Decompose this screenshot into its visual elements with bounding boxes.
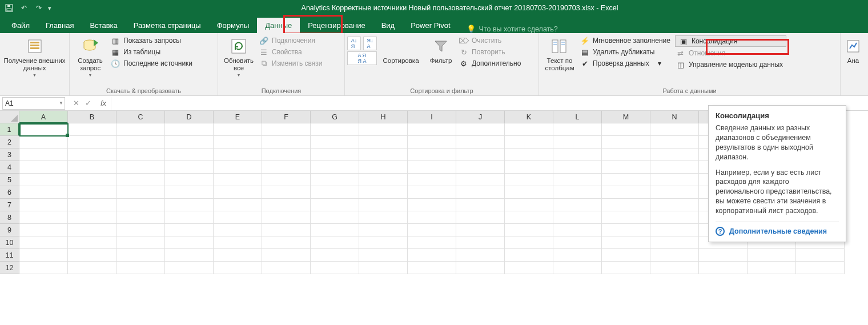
cell[interactable]	[505, 161, 553, 174]
cell[interactable]	[699, 262, 748, 274]
cell[interactable]	[19, 211, 68, 224]
cell[interactable]	[262, 211, 311, 224]
cell[interactable]	[19, 136, 68, 149]
cell[interactable]	[116, 174, 165, 186]
cell[interactable]	[214, 224, 262, 236]
tab-page-layout[interactable]: Разметка страницы	[126, 18, 209, 33]
consolidate-button[interactable]: ▣Консолидация	[675, 35, 786, 47]
row-header[interactable]: 1	[0, 123, 19, 136]
tell-me-search[interactable]: 💡Что вы хотите сделать?	[467, 25, 558, 33]
cell[interactable]	[602, 249, 650, 262]
cell[interactable]	[602, 236, 650, 249]
cell[interactable]	[408, 211, 456, 224]
cell[interactable]	[456, 136, 505, 149]
cell[interactable]	[456, 211, 505, 224]
sort-custom-icon[interactable]: A ЯЯ A	[347, 51, 377, 65]
cell[interactable]	[359, 224, 408, 236]
cell[interactable]	[214, 123, 262, 136]
cell[interactable]	[116, 262, 165, 274]
column-header[interactable]: A	[19, 111, 68, 123]
cell[interactable]	[19, 199, 68, 211]
cell[interactable]	[602, 149, 650, 161]
cell[interactable]	[650, 249, 699, 262]
column-header[interactable]: K	[505, 111, 553, 123]
column-header[interactable]: D	[165, 111, 214, 123]
refresh-all-button[interactable]: Обновить все ▼	[220, 34, 257, 77]
cell[interactable]	[699, 249, 748, 262]
cell[interactable]	[359, 236, 408, 249]
column-header[interactable]: C	[116, 111, 165, 123]
cell[interactable]	[262, 262, 311, 274]
tab-file[interactable]: Файл	[3, 18, 38, 33]
tab-data[interactable]: Данные	[257, 18, 300, 33]
cell[interactable]	[408, 174, 456, 186]
cell[interactable]	[116, 249, 165, 262]
cell[interactable]	[68, 211, 116, 224]
cell[interactable]	[19, 186, 68, 199]
cell[interactable]	[408, 262, 456, 274]
cell[interactable]	[748, 262, 796, 274]
cell[interactable]	[456, 224, 505, 236]
cell[interactable]	[602, 199, 650, 211]
cell[interactable]	[116, 136, 165, 149]
cell[interactable]	[553, 262, 602, 274]
cell[interactable]	[214, 136, 262, 149]
row-header[interactable]: 11	[0, 249, 19, 262]
cell[interactable]	[165, 161, 214, 174]
cell[interactable]	[262, 249, 311, 262]
cell[interactable]	[68, 224, 116, 236]
cell[interactable]	[311, 249, 359, 262]
column-header[interactable]: E	[214, 111, 262, 123]
filter-button[interactable]: Фильтр	[425, 34, 457, 65]
cell[interactable]	[408, 224, 456, 236]
row-header[interactable]: 4	[0, 161, 19, 174]
row-header[interactable]: 6	[0, 186, 19, 199]
cell[interactable]	[262, 186, 311, 199]
selected-cell[interactable]	[19, 123, 69, 137]
cell[interactable]	[214, 236, 262, 249]
cell[interactable]	[505, 136, 553, 149]
cell[interactable]	[553, 149, 602, 161]
cell[interactable]	[19, 236, 68, 249]
sort-asc-icon[interactable]: A↓Я	[347, 37, 361, 50]
cell[interactable]	[408, 249, 456, 262]
undo-icon[interactable]: ↶	[18, 2, 30, 14]
tab-formulas[interactable]: Формулы	[209, 18, 258, 33]
tab-review[interactable]: Рецензирование	[300, 18, 373, 33]
cell[interactable]	[19, 161, 68, 174]
cell[interactable]	[214, 262, 262, 274]
row-header[interactable]: 9	[0, 224, 19, 236]
cell[interactable]	[214, 161, 262, 174]
cell[interactable]	[311, 236, 359, 249]
cell[interactable]	[311, 136, 359, 149]
cell[interactable]	[456, 236, 505, 249]
cell[interactable]	[359, 199, 408, 211]
row-header[interactable]: 12	[0, 262, 19, 274]
cell[interactable]	[19, 262, 68, 274]
cell[interactable]	[553, 174, 602, 186]
cell[interactable]	[68, 161, 116, 174]
remove-duplicates-button[interactable]: ▤Удалить дубликаты	[579, 47, 674, 57]
cell[interactable]	[116, 149, 165, 161]
cell[interactable]	[553, 236, 602, 249]
data-validation-button[interactable]: ✔Проверка данных ▾	[579, 58, 674, 69]
cell[interactable]	[19, 174, 68, 186]
tab-home[interactable]: Главная	[38, 18, 82, 33]
cell[interactable]	[262, 174, 311, 186]
cell[interactable]	[359, 249, 408, 262]
cell[interactable]	[262, 149, 311, 161]
cell[interactable]	[359, 123, 408, 136]
cell[interactable]	[214, 149, 262, 161]
from-table-button[interactable]: ▦Из таблицы	[110, 47, 196, 57]
column-header[interactable]: J	[456, 111, 505, 123]
cell[interactable]	[68, 199, 116, 211]
cell[interactable]	[165, 136, 214, 149]
cell[interactable]	[456, 262, 505, 274]
cell[interactable]	[359, 161, 408, 174]
cell[interactable]	[456, 199, 505, 211]
cell[interactable]	[116, 224, 165, 236]
cell[interactable]	[165, 149, 214, 161]
cell[interactable]	[262, 136, 311, 149]
cell[interactable]	[116, 199, 165, 211]
row-header[interactable]: 8	[0, 211, 19, 224]
